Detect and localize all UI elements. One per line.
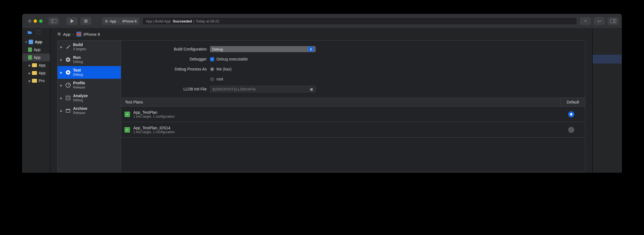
test-plans-header: Test Plans Default (121, 98, 585, 107)
action-subtitle: 3 targets (73, 47, 86, 51)
folder-picker-icon[interactable]: ▣ (310, 87, 313, 91)
disclosure-closed-icon[interactable]: ▶ (60, 46, 63, 49)
inspector-panel (592, 28, 621, 172)
tree-item[interactable]: ▶ App (23, 61, 50, 69)
test-plans-col: Test Plans (121, 98, 561, 106)
disclosure-closed-icon[interactable]: ▶ (29, 72, 31, 75)
action-subtitle: Release (73, 111, 87, 115)
debug-as-me-radio[interactable] (210, 67, 214, 71)
disclosure-closed-icon[interactable]: ▶ (29, 64, 31, 67)
play-icon (70, 19, 74, 23)
action-title: Analyze (73, 94, 88, 98)
svg-rect-17 (66, 109, 70, 110)
tree-root[interactable]: ▼ App (23, 38, 50, 46)
tree-item[interactable]: ▶ App (23, 69, 50, 77)
sidebar-right-icon (610, 19, 616, 23)
scheme-editor: ▶ Build3 targets ▶ RunDebug ▶ Tes (50, 40, 592, 172)
close-window-button[interactable] (28, 19, 31, 23)
debug-process-as-label: Debug Process As (127, 67, 210, 71)
activity-prefix: App | Build App: (146, 19, 171, 23)
scheme-selector[interactable]: ⚙︎ App › iPhone 8 (102, 17, 139, 25)
disclosure-closed-icon[interactable]: ▶ (60, 109, 63, 112)
scheme-action-list: ▶ Build3 targets ▶ RunDebug ▶ Tes (58, 41, 121, 172)
svg-rect-3 (84, 19, 88, 23)
activity-separator: | (193, 19, 194, 23)
test-plan-row[interactable]: ✓ App_TestPlan 1 test target, 1 configur… (121, 107, 585, 122)
disclosure-closed-icon[interactable]: ▶ (60, 71, 63, 74)
scheme-action-archive[interactable]: ▶ ArchiveRelease (58, 104, 121, 117)
toolbar: ⚙︎ App › iPhone 8 App | Build App: Succe… (23, 14, 621, 28)
tree-label: Pro (39, 79, 45, 83)
project-tree: ▼ App App App ▶ App ▶ (23, 36, 50, 85)
svg-rect-16 (66, 110, 70, 112)
tree-label: App (35, 40, 42, 44)
svg-rect-0 (51, 19, 56, 23)
disclosure-closed-icon[interactable]: ▶ (60, 84, 63, 87)
plan-subtitle: 1 test target, 1 configuration (133, 130, 561, 134)
crumb-target[interactable]: App (63, 32, 71, 37)
test-plan-row[interactable]: ✓ App_TestPlan_iOS14 1 test target, 1 co… (121, 122, 585, 138)
debug-as-root-radio[interactable] (210, 77, 214, 81)
build-config-value: Debug (212, 47, 223, 51)
action-subtitle: Debug (73, 98, 88, 102)
device-icon (76, 32, 81, 37)
scheme-action-analyze[interactable]: ▶ AnalyzeDebug (58, 92, 121, 104)
action-subtitle: Debug (73, 60, 83, 64)
scheme-action-build[interactable]: ▶ Build3 targets (58, 41, 121, 53)
activity-status: Succeeded (173, 19, 192, 23)
scheme-action-test[interactable]: ▶ TestDebug (58, 66, 121, 79)
file-icon (28, 47, 32, 52)
folder-icon (32, 79, 37, 83)
disclosure-open-icon[interactable]: ▼ (25, 41, 28, 44)
scheme-action-run[interactable]: ▶ RunDebug (58, 53, 121, 66)
disclosure-closed-icon[interactable]: ▶ (29, 79, 31, 82)
activity-viewer[interactable]: App | Build App: Succeeded | Today at 09… (142, 17, 577, 25)
run-button[interactable] (66, 17, 78, 25)
inspector-selection-highlight (593, 55, 621, 64)
lldb-init-file-input[interactable]: $(SRCROOT)/LLDBInitFile ▣ (210, 86, 316, 92)
tree-item-selected[interactable]: App (23, 54, 50, 61)
disclosure-closed-icon[interactable]: ▶ (60, 58, 63, 61)
library-button[interactable]: + (580, 17, 591, 25)
svg-line-12 (68, 84, 69, 85)
tree-item[interactable]: ▶ Pro (23, 77, 50, 85)
stop-button[interactable] (80, 17, 91, 25)
toggle-navigator-button[interactable] (48, 17, 59, 25)
chevron-right-icon: › (73, 32, 74, 37)
default-radio-selected[interactable] (568, 111, 574, 117)
editor-area: ⚙︎ App › iPhone 8 ▶ Build3 targets (50, 28, 592, 172)
toggle-inspector-button[interactable] (608, 17, 619, 25)
scheme-atom-icon: ⚙︎ (57, 32, 61, 37)
archive-icon (65, 108, 71, 113)
svg-marker-2 (71, 19, 74, 23)
folder-icon (32, 63, 37, 67)
folder-icon (32, 71, 37, 75)
arrows-icon: ↩︎ (598, 19, 601, 24)
activity-time: Today at 09:22 (196, 19, 219, 23)
svg-rect-4 (610, 19, 616, 23)
tree-label: App (34, 47, 41, 52)
test-plan-icon: ✓ (124, 127, 130, 133)
project-icon (29, 40, 33, 44)
zoom-window-button[interactable] (39, 19, 43, 23)
issues-navigator-tab-icon[interactable] (36, 30, 40, 34)
disclosure-closed-icon[interactable]: ▶ (60, 97, 63, 100)
minimize-window-button[interactable] (34, 19, 37, 23)
code-review-button[interactable]: ↩︎ (594, 17, 605, 25)
sidebar-icon (51, 19, 56, 23)
crumb-device[interactable]: iPhone 8 (84, 32, 100, 37)
scheme-action-profile[interactable]: ▶ ProfileRelease (58, 79, 121, 92)
project-navigator-tab-icon[interactable] (28, 31, 32, 34)
action-subtitle: Debug (73, 73, 83, 77)
navigator-panel: ▼ App App App ▶ App ▶ (23, 28, 50, 172)
tree-item[interactable]: App (23, 46, 50, 54)
main-body: ▼ App App App ▶ App ▶ (23, 28, 621, 172)
tree-label: App (39, 63, 46, 67)
build-config-select[interactable]: Debug ▴▾ (210, 46, 316, 52)
window-controls (28, 19, 43, 23)
action-title: Build (73, 42, 86, 47)
action-subtitle: Release (73, 85, 85, 89)
debug-executable-checkbox[interactable]: ✓ (210, 57, 214, 61)
debug-as-root-label: root (216, 77, 223, 81)
default-radio[interactable] (568, 127, 574, 133)
